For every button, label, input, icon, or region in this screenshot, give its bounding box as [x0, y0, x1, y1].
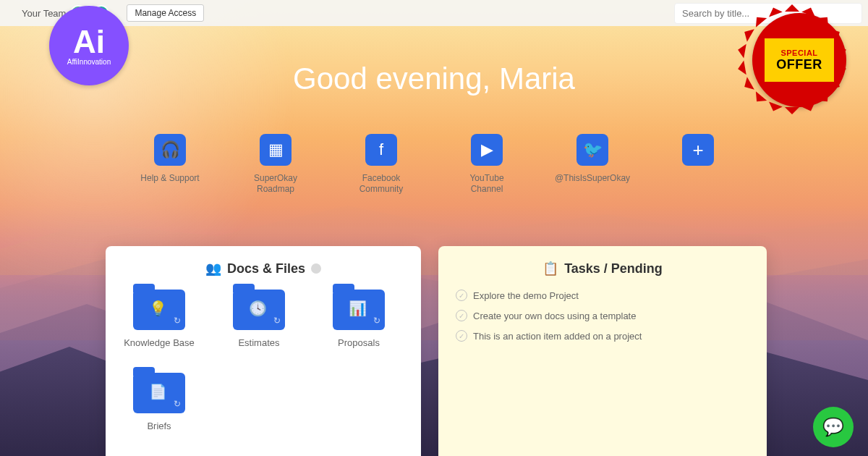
folder-label: Proposals	[338, 337, 380, 348]
info-icon[interactable]	[311, 263, 321, 274]
docs-card-title: 👥 Docs & Files	[123, 261, 404, 276]
folders-grid: 💡↻ Knowledge Base 🕓↻ Estimates 📊↻ Propos…	[123, 290, 404, 431]
folder-proposals[interactable]: 📊↻ Proposals	[323, 290, 395, 348]
quicklink-facebook[interactable]: f Facebook Community	[349, 134, 414, 195]
task-item[interactable]: ✓ This is an action item added on a proj…	[456, 330, 749, 342]
folder-icon: 📊↻	[333, 290, 385, 330]
task-item[interactable]: ✓ Explore the demo Project	[456, 290, 749, 301]
folder-label: Briefs	[147, 421, 171, 431]
tasks-title-text: Tasks / Pending	[564, 261, 663, 276]
task-text: Explore the demo Project	[473, 290, 579, 301]
folder-icon: 📄↻	[133, 373, 185, 413]
folder-label: Estimates	[238, 337, 279, 348]
quicklink-twitter[interactable]: 🐦 @ThisIsSuperOkay	[560, 134, 625, 195]
greeting-name: Maria	[499, 62, 575, 96]
quicklink-youtube[interactable]: ▶ YouTube Channel	[454, 134, 519, 195]
check-circle-icon[interactable]: ✓	[456, 290, 467, 301]
board-icon: ▦	[268, 140, 284, 159]
check-circle-icon[interactable]: ✓	[456, 310, 467, 321]
tasks-card-title: 📋 Tasks / Pending	[456, 261, 749, 276]
task-text: This is an action item added on a projec…	[473, 331, 642, 342]
quicklink-label: YouTube Channel	[454, 173, 519, 195]
greeting-line: Good evening,	[293, 62, 490, 96]
folder-estimates[interactable]: 🕓↻ Estimates	[223, 290, 295, 348]
manage-access-button[interactable]: Manage Access	[127, 4, 204, 22]
tasks-list: ✓ Explore the demo Project ✓ Create your…	[456, 290, 749, 342]
quicklink-roadmap[interactable]: ▦ SuperOkay Roadmap	[243, 134, 308, 195]
youtube-icon: ▶	[481, 140, 493, 159]
folder-icon: 🕓↻	[233, 290, 285, 330]
quicklink-help[interactable]: 🎧 Help & Support	[137, 134, 203, 195]
chat-icon: 💬	[822, 417, 844, 437]
brand-logo-text: Ai	[73, 26, 105, 58]
facebook-icon: f	[379, 140, 383, 159]
tasks-card: 📋 Tasks / Pending ✓ Explore the demo Pro…	[438, 246, 767, 456]
chat-fab[interactable]: 💬	[813, 407, 854, 447]
folder-knowledge-base[interactable]: 💡↻ Knowledge Base	[123, 290, 195, 348]
quicklink-label: SuperOkay Roadmap	[243, 173, 308, 195]
quicklink-add[interactable]: +	[665, 134, 731, 195]
top-bar: Your Team MC DO Manage Access	[0, 0, 868, 26]
docs-card: 👥 Docs & Files 💡↻ Knowledge Base 🕓↻ Esti…	[106, 246, 421, 456]
greeting: Good evening, Maria	[0, 62, 868, 96]
starburst-icon	[745, 6, 854, 114]
headset-icon: 🎧	[161, 140, 180, 159]
team-label: Your Team	[22, 8, 66, 19]
folder-briefs[interactable]: 📄↻ Briefs	[123, 373, 195, 431]
folder-icon: 💡↻	[133, 290, 185, 330]
plus-icon: +	[692, 139, 703, 161]
quicklink-label: Help & Support	[140, 173, 199, 184]
quicklink-label: Facebook Community	[349, 173, 414, 195]
task-item[interactable]: ✓ Create your own docs using a template	[456, 310, 749, 321]
people-icon: 👥	[205, 261, 221, 276]
quicklink-label: @ThisIsSuperOkay	[555, 173, 630, 184]
quicklinks-row: 🎧 Help & Support ▦ SuperOkay Roadmap f F…	[0, 134, 868, 195]
check-circle-icon[interactable]: ✓	[456, 330, 467, 342]
folder-label: Knowledge Base	[124, 337, 195, 348]
task-text: Create your own docs using a template	[473, 311, 636, 321]
clipboard-icon: 📋	[542, 261, 558, 276]
docs-title-text: Docs & Files	[227, 261, 305, 276]
twitter-icon: 🐦	[583, 140, 603, 159]
